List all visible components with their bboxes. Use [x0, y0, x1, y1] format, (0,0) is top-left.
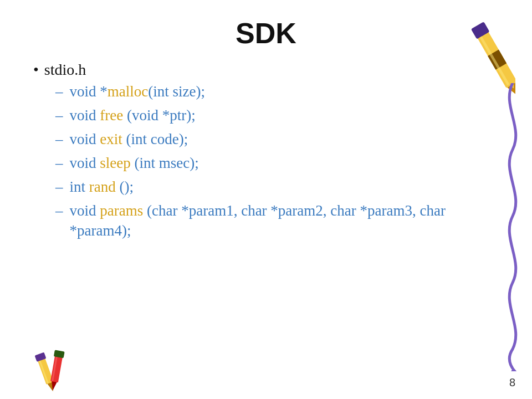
crayons-bottom-left-decoration — [11, 338, 100, 393]
dash-icon: – — [55, 201, 63, 221]
item-text: int rand (); — [70, 177, 134, 197]
list-item: – int rand (); — [55, 177, 499, 197]
item-text: void free (void *ptr); — [70, 106, 196, 125]
item-text: void params (char *param1, char *param2,… — [70, 201, 499, 240]
list-item: – void *malloc(int size); — [55, 82, 499, 101]
slide: SDK • stdio.h – void *malloc(int size); … — [0, 0, 532, 399]
list-item: – void free (void *ptr); — [55, 106, 499, 125]
list-item: – void params (char *param1, char *param… — [55, 201, 499, 240]
dash-icon: – — [55, 177, 63, 197]
item-text: void exit (int code); — [70, 130, 188, 149]
sub-list: – void *malloc(int size); – void free (v… — [55, 82, 499, 241]
main-bullet: • stdio.h — [33, 61, 499, 79]
dash-icon: – — [55, 106, 63, 125]
item-text: void sleep (int msec); — [70, 154, 199, 173]
dash-icon: – — [55, 130, 63, 149]
content-area: • stdio.h – void *malloc(int size); – vo… — [33, 61, 499, 241]
wavy-purple-line-decoration — [496, 83, 524, 371]
bullet-dot: • — [33, 61, 39, 79]
list-item: – void exit (int code); — [55, 130, 499, 149]
dash-icon: – — [55, 82, 63, 101]
page-number: 8 — [509, 376, 515, 389]
item-text: void *malloc(int size); — [70, 82, 205, 101]
slide-title: SDK — [33, 17, 499, 50]
dash-icon: – — [55, 154, 63, 173]
list-item: – void sleep (int msec); — [55, 154, 499, 173]
bullet-label: stdio.h — [44, 61, 86, 79]
